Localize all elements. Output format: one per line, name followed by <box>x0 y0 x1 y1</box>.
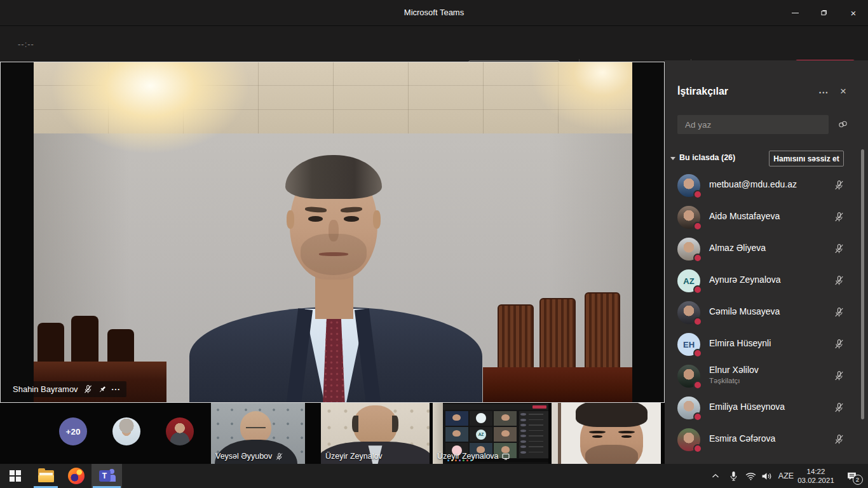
file-explorer-button[interactable] <box>31 464 61 488</box>
teams-button[interactable]: T <box>92 464 122 488</box>
presence-busy-dot <box>693 222 702 231</box>
participant-row[interactable]: metbuat@mdu.edu.az <box>665 170 868 201</box>
tray-expand-button[interactable] <box>707 464 724 488</box>
tray-network-indicator[interactable] <box>742 464 759 488</box>
video-tile[interactable]: Üzeyir Zeynalov <box>321 403 430 464</box>
mic-muted-icon <box>834 243 844 254</box>
wifi-icon <box>745 472 756 480</box>
participant-list: metbuat@mdu.edu.az Aidə Mustafayeva Alma… <box>665 170 868 456</box>
video-tile[interactable] <box>552 403 661 464</box>
participant-avatar[interactable] <box>166 417 194 445</box>
call-toolbar: --:-- Nəzarət tələb et ••• Çıx <box>0 25 868 62</box>
conference-table-right <box>483 301 633 403</box>
tray-date: 03.02.2021 <box>797 476 834 485</box>
participant-name: Almaz Əliyeva <box>709 243 766 253</box>
panel-title: İştirakçılar <box>677 86 728 97</box>
restore-button[interactable] <box>810 0 839 25</box>
participant-role: Təşkilatçı <box>709 377 740 384</box>
windows-logo-icon <box>10 470 21 482</box>
presence-busy-dot <box>693 285 702 294</box>
participant-row[interactable]: Esmira Cəfərova <box>665 424 868 456</box>
ellipsis-icon[interactable]: ••• <box>112 386 121 392</box>
call-timer: --:-- <box>18 39 34 49</box>
participants-panel: İştirakçılar ••• × Bu iclasda (26) Hamıs… <box>665 60 868 464</box>
participant-row[interactable]: Almaz Əliyeva <box>665 233 868 265</box>
participant-name: Esmira Cəfərova <box>709 433 775 444</box>
tile-name-label: Üzeyir Zeynalova <box>437 452 510 461</box>
search-input[interactable] <box>677 115 829 134</box>
copy-join-link-button[interactable] <box>837 119 848 130</box>
title-bar: Microsoft Teams × <box>0 0 868 25</box>
participant-row[interactable]: Elnur Xəlilov Təşkilatçı <box>665 360 868 392</box>
screen-share-indicator-icon <box>502 453 510 460</box>
screen-share-tile[interactable]: AZ Üzeyir Zeynalova <box>433 403 548 464</box>
participant-name: metbuat@mdu.edu.az <box>709 179 797 189</box>
folder-icon <box>38 470 54 482</box>
avatar <box>677 238 700 261</box>
search-box <box>677 115 829 134</box>
tile-name-label: Üzeyir Zeynalov <box>325 452 383 461</box>
mini-leave-button <box>532 405 546 409</box>
avatar <box>677 428 700 451</box>
main-video-stage[interactable]: Shahin Bayramov ••• <box>0 62 665 403</box>
video-tile[interactable]: Veysəl Əyyubov <box>211 403 305 464</box>
close-button[interactable]: × <box>839 0 868 25</box>
participant-name: Elmira Hüseynli <box>709 338 771 348</box>
chevron-up-icon <box>712 473 719 478</box>
presence-busy-dot <box>693 317 702 326</box>
mic-muted-icon <box>83 384 93 394</box>
mic-muted-icon <box>275 452 283 461</box>
participant-avatar[interactable] <box>112 417 140 445</box>
participant-row[interactable]: AZ Aynurə Zeynalova <box>665 265 868 297</box>
presence-busy-dot <box>693 254 702 262</box>
presence-busy-dot <box>693 444 702 453</box>
section-label[interactable]: Bu iclasda (26) <box>679 153 735 162</box>
tray-language-indicator[interactable]: AZE <box>775 464 797 488</box>
mic-muted-icon <box>834 402 844 413</box>
participant-row[interactable]: Cəmilə Musayeva <box>665 297 868 329</box>
firefox-button[interactable] <box>61 464 92 488</box>
avatar <box>677 174 700 197</box>
tray-mic-indicator[interactable] <box>725 464 742 488</box>
participant-name: Emiliya Hüseynova <box>709 402 785 412</box>
mic-muted-icon <box>834 339 844 349</box>
panel-close-button[interactable]: × <box>840 86 846 97</box>
panel-more-button[interactable]: ••• <box>819 90 829 96</box>
participant-row[interactable]: Emiliya Hüseynova <box>665 392 868 424</box>
start-button[interactable] <box>0 464 31 488</box>
tray-clock[interactable]: 14:22 03.02.2021 <box>796 464 836 488</box>
mic-muted-icon <box>834 307 844 318</box>
minimize-button[interactable] <box>780 0 810 25</box>
participant-name: Elnur Xəlilov <box>709 365 759 375</box>
speaker-name: Shahin Bayramov <box>13 384 78 394</box>
windows-taskbar: T AZE 14:22 03.02.2021 2 <box>0 464 868 488</box>
pin-icon <box>98 385 107 394</box>
tray-time: 14:22 <box>807 467 825 476</box>
mini-video-tile <box>494 411 517 426</box>
firefox-icon <box>68 468 85 484</box>
panel-scrollbar[interactable] <box>861 149 864 419</box>
mini-video-tile <box>494 427 517 442</box>
avatar <box>677 206 700 229</box>
speaker-name-chip: Shahin Bayramov ••• <box>7 381 126 397</box>
speaker-icon <box>761 472 772 480</box>
mic-muted-icon <box>834 180 844 191</box>
tray-volume-indicator[interactable] <box>757 464 775 488</box>
participant-row[interactable]: EH Elmira Hüseynli <box>665 329 868 360</box>
tile-name-label: Veysəl Əyyubov <box>215 452 283 461</box>
avatar <box>677 396 700 419</box>
mute-all-button[interactable]: Hamısını səssiz et <box>769 151 844 166</box>
mini-video-tile <box>470 411 492 426</box>
action-center-button[interactable]: 2 <box>840 464 863 488</box>
teams-icon: T <box>99 468 115 484</box>
mini-video-tile <box>445 427 468 442</box>
presence-busy-dot <box>693 412 702 421</box>
overflow-participants-badge[interactable]: +20 <box>59 417 87 445</box>
mic-muted-icon <box>834 370 844 381</box>
mini-video-tile <box>445 411 468 426</box>
participant-row[interactable]: Aidə Mustafayeva <box>665 201 868 233</box>
section-collapse-caret[interactable] <box>670 157 675 160</box>
participant-name: Aidə Mustafayeva <box>709 211 780 221</box>
minimize-icon <box>792 13 799 13</box>
window-title: Microsoft Teams <box>0 8 868 17</box>
